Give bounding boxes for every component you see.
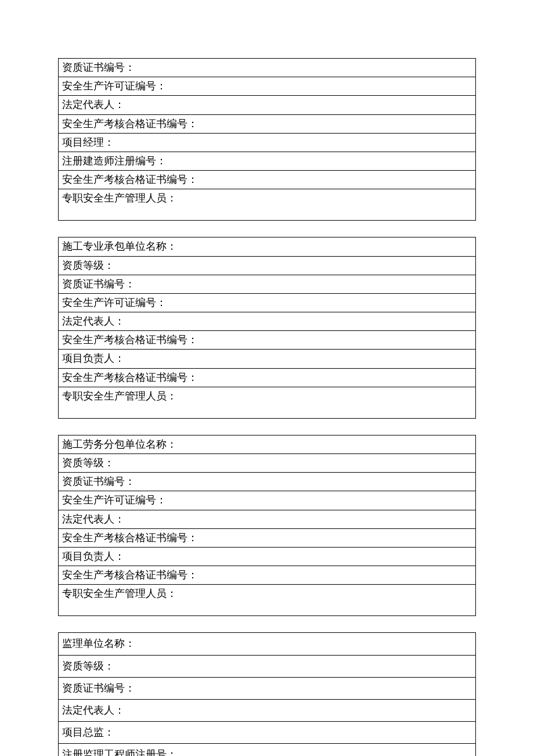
field-row: 施工专业承包单位名称：: [59, 237, 476, 256]
field-row: 资质证书编号：: [59, 473, 476, 491]
field-row: 专职安全生产管理人员：: [59, 189, 476, 221]
field-row: 项目负责人：: [59, 350, 476, 368]
section2-table: 施工专业承包单位名称： 资质等级： 资质证书编号： 安全生产许可证编号： 法定代…: [58, 237, 476, 419]
field-row: 资质等级：: [59, 454, 476, 473]
field-row: 注册建造师注册编号：: [59, 152, 476, 170]
section1-table: 资质证书编号： 安全生产许可证编号： 法定代表人： 安全生产考核合格证书编号： …: [58, 58, 476, 221]
field-row: 注册监理工程师注册号：: [59, 744, 476, 756]
field-row: 资质等级：: [59, 655, 476, 677]
field-row: 项目总监：: [59, 722, 476, 744]
field-row: 法定代表人：: [59, 510, 476, 528]
field-row: 资质证书编号：: [59, 59, 476, 77]
field-row: 资质证书编号：: [59, 275, 476, 293]
field-row: 法定代表人：: [59, 699, 476, 721]
field-row: 项目经理：: [59, 133, 476, 152]
field-row: 安全生产考核合格证书编号：: [59, 114, 476, 133]
section3-table: 施工劳务分包单位名称： 资质等级： 资质证书编号： 安全生产许可证编号： 法定代…: [58, 435, 476, 617]
field-row: 法定代表人：: [59, 96, 476, 114]
field-row: 专职安全生产管理人员：: [59, 387, 476, 418]
field-row: 项目负责人：: [59, 547, 476, 566]
section4-table: 监理单位名称： 资质等级： 资质证书编号： 法定代表人： 项目总监： 注册监理工…: [58, 632, 476, 756]
field-row: 资质证书编号：: [59, 677, 476, 699]
field-row: 监理单位名称：: [59, 633, 476, 655]
field-row: 安全生产许可证编号：: [59, 491, 476, 510]
field-row: 安全生产考核合格证书编号：: [59, 566, 476, 585]
field-row: 专职安全生产管理人员：: [59, 585, 476, 616]
field-row: 安全生产考核合格证书编号：: [59, 171, 476, 189]
field-row: 安全生产许可证编号：: [59, 77, 476, 96]
field-row: 安全生产考核合格证书编号：: [59, 528, 476, 547]
field-row: 法定代表人：: [59, 312, 476, 331]
field-row: 安全生产考核合格证书编号：: [59, 368, 476, 387]
field-row: 资质等级：: [59, 256, 476, 275]
field-row: 安全生产许可证编号：: [59, 293, 476, 312]
field-row: 施工劳务分包单位名称：: [59, 435, 476, 453]
field-row: 安全生产考核合格证书编号：: [59, 331, 476, 350]
